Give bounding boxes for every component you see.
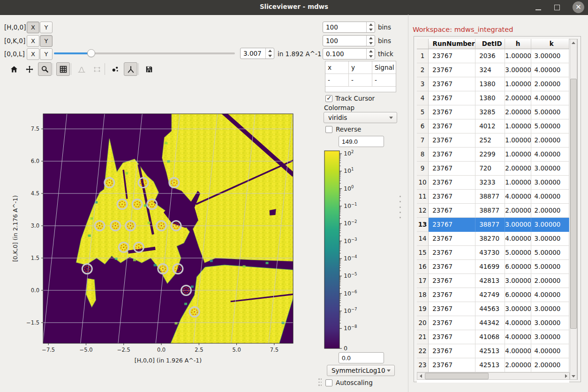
zoom-button[interactable] bbox=[38, 62, 52, 76]
slice-value[interactable]: 3.007 bbox=[241, 48, 265, 59]
reverse-checkbox[interactable] bbox=[325, 126, 332, 133]
table-cell[interactable]: 1.00000 bbox=[505, 133, 531, 148]
table-cell[interactable]: 23767 bbox=[429, 274, 475, 288]
header-h[interactable]: h bbox=[505, 39, 531, 49]
table-cell[interactable]: 3.00000 bbox=[505, 63, 531, 77]
slice-plot[interactable]: −7.5−5.0−2.50.02.55.07.5−1.50.01.53.04.5… bbox=[9, 108, 309, 370]
table-cell[interactable]: 1.00000 bbox=[505, 176, 531, 190]
table-cell[interactable]: 23767 bbox=[429, 260, 475, 274]
table-cell[interactable]: 4.00000 bbox=[505, 330, 531, 344]
table-cell[interactable]: 23767 bbox=[429, 204, 475, 218]
table-cell[interactable]: 41068 bbox=[475, 330, 505, 344]
table-row[interactable]: 1323767388773.000003.00000 bbox=[417, 218, 569, 232]
table-cell[interactable]: 23767 bbox=[429, 190, 475, 204]
table-cell[interactable]: 44342 bbox=[475, 316, 505, 330]
table-cell[interactable]: 4012 bbox=[475, 119, 505, 133]
table-cell[interactable]: 4.00000 bbox=[531, 190, 569, 204]
table-cell[interactable]: 13 bbox=[417, 218, 429, 232]
peaks-overlay-button[interactable] bbox=[108, 62, 122, 76]
table-cell[interactable]: 23767 bbox=[429, 232, 475, 246]
table-cell[interactable]: 38877 bbox=[475, 218, 505, 232]
slice-slider-handle[interactable] bbox=[87, 49, 95, 57]
scroll-right-icon[interactable] bbox=[562, 372, 570, 380]
table-cell[interactable]: 12 bbox=[417, 204, 429, 218]
scroll-down-icon[interactable] bbox=[570, 372, 577, 380]
table-cell[interactable]: 23767 bbox=[429, 344, 475, 358]
minimize-button[interactable] bbox=[533, 2, 544, 13]
table-cell[interactable]: 23767 bbox=[429, 246, 475, 260]
table-cell[interactable]: 18 bbox=[417, 288, 429, 302]
table-row[interactable]: 2123767410684.000003.00000 bbox=[417, 330, 569, 344]
table-cell[interactable]: 7 bbox=[417, 133, 429, 148]
header-detid[interactable]: DetID bbox=[475, 39, 505, 49]
table-cell[interactable]: 23767 bbox=[429, 302, 475, 316]
table-cell[interactable]: 9 bbox=[417, 162, 429, 176]
table-cell[interactable]: 2.00000 bbox=[531, 133, 569, 148]
bin-spinbox-2[interactable]: 0.100 bbox=[323, 48, 375, 59]
table-cell[interactable]: 23 bbox=[417, 358, 429, 372]
header-corner[interactable] bbox=[417, 39, 429, 49]
table-cell[interactable]: 23767 bbox=[429, 49, 475, 63]
table-cell[interactable]: 23767 bbox=[429, 133, 475, 148]
table-cell[interactable]: 38270 bbox=[475, 232, 505, 246]
table-cell[interactable]: 2.00000 bbox=[505, 105, 531, 119]
table-cell[interactable]: 3.00000 bbox=[505, 302, 531, 316]
table-cell[interactable]: 10 bbox=[417, 176, 429, 190]
table-cell[interactable]: 2.00000 bbox=[531, 274, 569, 288]
spin-arrows[interactable] bbox=[366, 36, 375, 46]
table-cell[interactable]: 2.00000 bbox=[531, 77, 569, 91]
table-cell[interactable]: 23767 bbox=[429, 91, 475, 105]
maximize-button[interactable] bbox=[551, 2, 563, 13]
table-cell[interactable]: 20 bbox=[417, 316, 429, 330]
table-cell[interactable]: 2 bbox=[417, 63, 429, 77]
dim-0-y-button[interactable]: Y bbox=[40, 22, 53, 33]
table-row[interactable]: 2223767425134.000004.00000 bbox=[417, 344, 569, 358]
table-cell[interactable]: 2299 bbox=[475, 148, 505, 162]
table-cell[interactable]: 23767 bbox=[429, 119, 475, 133]
dim-2-x-button[interactable]: X bbox=[27, 48, 39, 60]
table-row[interactable]: 42376713802.000004.00000 bbox=[417, 91, 569, 105]
colorbar-max-input[interactable] bbox=[339, 136, 384, 147]
table-cell[interactable]: 3.00000 bbox=[505, 218, 531, 232]
table-cell[interactable]: 22 bbox=[417, 344, 429, 358]
table-row[interactable]: 9237677202.000003.00000 bbox=[417, 162, 569, 176]
bin-spinbox-1[interactable]: 100 bbox=[323, 35, 375, 46]
table-cell[interactable]: 3285 bbox=[475, 105, 505, 119]
table-cell[interactable]: 3 bbox=[417, 77, 429, 91]
table-cell[interactable]: 17 bbox=[417, 274, 429, 288]
spin-arrows[interactable] bbox=[366, 22, 375, 32]
dim-1-x-button[interactable]: X bbox=[27, 35, 39, 47]
table-cell[interactable]: 23767 bbox=[429, 330, 475, 344]
table-cell[interactable]: 720 bbox=[475, 162, 505, 176]
table-cell[interactable]: 4.00000 bbox=[531, 91, 569, 105]
header-runnumber[interactable]: RunNumber bbox=[429, 39, 475, 49]
table-cell[interactable]: 3.00000 bbox=[531, 232, 569, 246]
table-cell[interactable]: 1.00000 bbox=[505, 49, 531, 63]
table-cell[interactable]: 3.00000 bbox=[505, 274, 531, 288]
table-row[interactable]: 82376722991.000004.00000 bbox=[417, 148, 569, 162]
table-cell[interactable]: 8 bbox=[417, 148, 429, 162]
slice-spin-arrows[interactable] bbox=[265, 48, 274, 59]
table-row[interactable]: 1823767427496.000004.00000 bbox=[417, 288, 569, 302]
table-cell[interactable]: 15 bbox=[417, 246, 429, 260]
table-cell[interactable]: 23767 bbox=[429, 316, 475, 330]
table-cell[interactable]: 44563 bbox=[475, 302, 505, 316]
table-cell[interactable]: 43730 bbox=[475, 246, 505, 260]
table-cell[interactable]: 19 bbox=[417, 302, 429, 316]
splitter-handle[interactable] bbox=[318, 378, 323, 387]
table-cell[interactable]: 5.00000 bbox=[531, 105, 569, 119]
table-cell[interactable]: 4.00000 bbox=[531, 148, 569, 162]
colorbar-min-input[interactable] bbox=[339, 352, 384, 363]
grid-button[interactable] bbox=[56, 62, 70, 76]
table-cell[interactable]: 4.00000 bbox=[531, 344, 569, 358]
slice-value-spinbox[interactable]: 3.007 bbox=[240, 48, 274, 59]
table-row[interactable]: 102376732331.000003.00000 bbox=[417, 176, 569, 190]
table-cell[interactable]: 4.00000 bbox=[505, 232, 531, 246]
table-cell[interactable]: 5.00000 bbox=[505, 246, 531, 260]
vscroll-thumb[interactable] bbox=[570, 79, 577, 329]
table-cell[interactable]: 1.00000 bbox=[505, 148, 531, 162]
bin-value[interactable]: 100 bbox=[323, 22, 366, 32]
table-cell[interactable]: 4.00000 bbox=[505, 316, 531, 330]
table-cell[interactable]: 2.00000 bbox=[531, 358, 569, 372]
table-cell[interactable]: 324 bbox=[475, 63, 505, 77]
